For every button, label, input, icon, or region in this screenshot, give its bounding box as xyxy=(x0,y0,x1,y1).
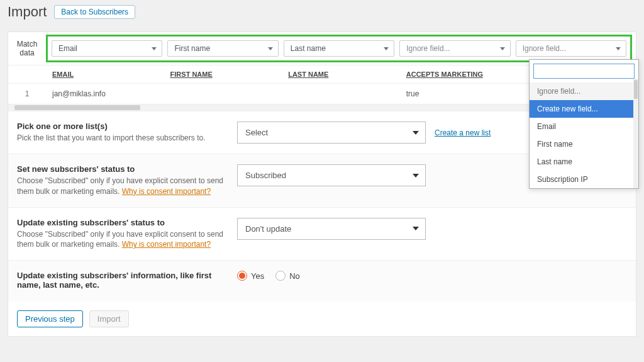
update-status-select[interactable]: Don't update xyxy=(237,218,426,240)
radio-yes-label: Yes xyxy=(251,271,264,281)
update-info-title: Update existing subscribers' information… xyxy=(17,271,225,290)
dropdown-option-ignore[interactable]: Ignore field... xyxy=(530,82,638,100)
dropdown-option-create-new[interactable]: Create new field... xyxy=(530,100,638,118)
consent-link-2[interactable]: Why is consent important? xyxy=(122,240,211,249)
column-map-5[interactable]: Ignore field... xyxy=(516,40,626,57)
consent-link-1[interactable]: Why is consent important? xyxy=(122,187,211,196)
dropdown-option-subscription-ip[interactable]: Subscription IP xyxy=(530,171,638,188)
dropdown-option-email[interactable]: Email xyxy=(530,118,638,135)
import-button[interactable]: Import xyxy=(89,310,129,327)
column-mapping-highlight: Email First name Last name Ignore field.… xyxy=(46,35,632,62)
update-info-yes-radio[interactable]: Yes xyxy=(237,271,264,281)
update-info-no-radio[interactable]: No xyxy=(275,271,300,281)
update-status-title: Update existing subscribers' status to xyxy=(17,218,225,227)
column-map-2[interactable]: First name xyxy=(167,40,278,57)
status-title: Set new subscribers' status to xyxy=(17,164,225,174)
th-last-name[interactable]: LAST NAME xyxy=(282,71,400,78)
field-mapping-dropdown[interactable]: Ignore field... Create new field... Emai… xyxy=(529,59,639,189)
th-email[interactable]: EMAIL xyxy=(46,71,164,78)
update-status-subtitle: Choose "Subscribed" only if you have exp… xyxy=(17,229,225,251)
radio-checked-icon xyxy=(237,271,247,281)
scroll-thumb[interactable] xyxy=(14,105,140,110)
dropdown-search-input[interactable] xyxy=(533,64,635,79)
column-map-1[interactable]: Email xyxy=(52,40,162,57)
chevron-down-icon xyxy=(413,227,419,230)
dropdown-option-first-name[interactable]: First name xyxy=(530,135,638,153)
dropdown-scrollbar[interactable] xyxy=(633,79,638,188)
previous-step-button[interactable]: Previous step xyxy=(17,310,83,327)
page-title: Import xyxy=(8,4,47,20)
pick-lists-subtitle: Pick the list that you want to import th… xyxy=(17,133,225,144)
cell-email: jan@miklas.info xyxy=(46,89,164,98)
back-to-subscribers-button[interactable]: Back to Subscribers xyxy=(54,5,135,19)
row-number: 1 xyxy=(8,89,46,98)
column-map-4[interactable]: Ignore field... xyxy=(399,40,510,57)
dropdown-option-last-name[interactable]: Last name xyxy=(530,153,638,171)
radio-no-label: No xyxy=(289,271,300,281)
chevron-down-icon xyxy=(413,174,419,178)
th-first-name[interactable]: FIRST NAME xyxy=(164,71,282,78)
radio-unchecked-icon xyxy=(275,271,286,281)
match-data-label: Matchdata xyxy=(8,36,46,62)
th-accepts-marketing[interactable]: ACCEPTS MARKETING xyxy=(400,71,518,78)
dropdown-scroll-thumb[interactable] xyxy=(634,80,638,99)
column-map-3[interactable]: Last name xyxy=(284,40,394,57)
create-new-list-link[interactable]: Create a new list xyxy=(435,128,491,137)
cell-accepts-marketing: true xyxy=(400,89,518,98)
list-select[interactable]: Select xyxy=(237,122,426,144)
pick-lists-title: Pick one or more list(s) xyxy=(17,122,225,131)
status-select[interactable]: Subscribed xyxy=(237,164,426,186)
chevron-down-icon xyxy=(413,131,419,135)
status-subtitle: Choose "Subscribed" only if you have exp… xyxy=(17,176,225,197)
